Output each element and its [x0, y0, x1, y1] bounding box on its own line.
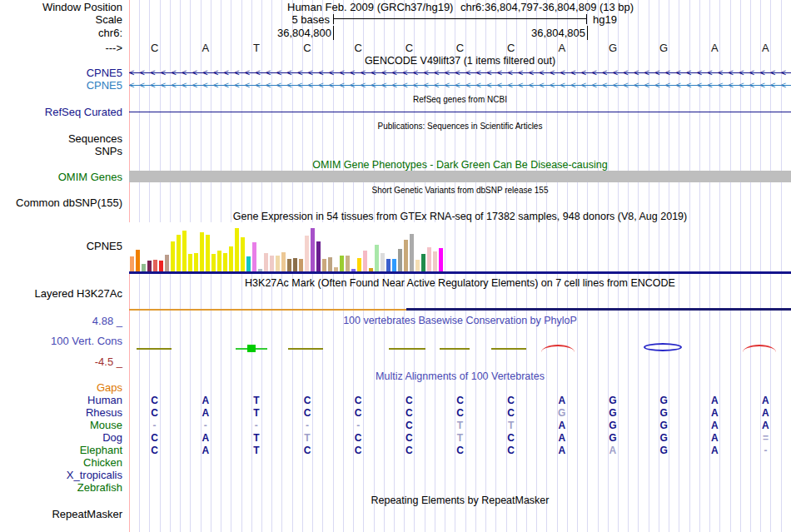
gtex-bar[interactable]	[305, 236, 309, 271]
gtex-bar[interactable]	[217, 251, 221, 271]
align-cell: G	[587, 420, 638, 431]
gtex-bar[interactable]	[136, 250, 140, 271]
gtex-bar[interactable]	[153, 260, 157, 271]
label-scale: Scale	[0, 13, 122, 26]
gtex-bar[interactable]	[299, 259, 303, 271]
h3k27ac-label: Layered H3K27Ac	[0, 287, 122, 300]
gtex-bar[interactable]	[276, 256, 280, 271]
gtex-bar[interactable]	[404, 240, 408, 271]
repeatmasker-label: RepeatMasker	[0, 508, 122, 520]
gtex-bar[interactable]	[433, 251, 437, 271]
gtex-bar[interactable]	[252, 242, 256, 271]
gencode-strand-arrows-2[interactable]: <<<<<<<<<<<<<<<<<<<<<<<<<<<<<<<<<<<<<<<<…	[129, 81, 791, 90]
gtex-bar[interactable]	[223, 253, 227, 271]
conservation-mark	[491, 348, 526, 350]
gtex-bar[interactable]	[142, 264, 146, 271]
gtex-bar[interactable]	[281, 252, 286, 271]
species-label-rhesus: Rhesus	[0, 406, 122, 419]
omim-gene-bar[interactable]	[129, 171, 791, 182]
gencode-transcript-label-2: CPNE5	[0, 79, 122, 92]
gtex-bar[interactable]	[235, 228, 239, 271]
gtex-bar[interactable]	[293, 258, 297, 271]
scale-ruler	[333, 18, 587, 19]
align-cell: T	[231, 445, 281, 456]
conservation-mark	[137, 348, 172, 350]
species-label-zebrafish: Zebrafish	[0, 481, 122, 494]
gtex-bar[interactable]	[398, 249, 402, 271]
species-label-human: Human	[0, 394, 122, 406]
gtex-bar[interactable]	[246, 256, 251, 271]
h3k27ac-signal-left[interactable]	[129, 309, 406, 311]
base-letter: T	[231, 42, 281, 54]
gtex-bar[interactable]	[182, 231, 187, 271]
gtex-bar[interactable]	[346, 256, 350, 271]
gtex-baseline[interactable]	[129, 271, 791, 274]
gtex-bar[interactable]	[439, 248, 443, 271]
gtex-bar[interactable]	[415, 260, 420, 271]
gtex-bar[interactable]	[188, 254, 192, 271]
align-cell: C	[333, 407, 384, 419]
gtex-bar[interactable]	[421, 254, 425, 271]
gtex-bar[interactable]	[229, 246, 233, 271]
align-cell: T	[231, 407, 281, 419]
gtex-bar[interactable]	[130, 256, 134, 271]
align-cell: A	[180, 432, 231, 444]
align-cell: C	[281, 445, 332, 456]
align-cell: A	[689, 445, 740, 456]
publications-note: Publications: Sequences in Scientific Ar…	[129, 122, 791, 131]
base-letter: A	[180, 42, 231, 54]
align-cell: A	[740, 407, 791, 419]
gtex-bar[interactable]	[375, 245, 379, 271]
base-letter: C	[384, 42, 435, 54]
gtex-bar[interactable]	[270, 256, 274, 271]
refseq-track-line[interactable]	[129, 112, 791, 112]
gtex-bar[interactable]	[316, 241, 321, 271]
gtex-bar[interactable]	[386, 259, 391, 271]
conservation-peak-square	[247, 345, 256, 352]
gtex-bar[interactable]	[363, 251, 367, 271]
align-cell: C	[129, 407, 180, 419]
align-cell: C	[485, 395, 536, 406]
gtex-bar[interactable]	[194, 253, 198, 271]
align-cell: C	[129, 432, 180, 444]
align-cell: G	[639, 420, 689, 431]
gtex-bar[interactable]	[381, 253, 385, 271]
gtex-bar[interactable]	[328, 257, 332, 271]
align-cell: C	[129, 445, 180, 456]
align-cell: -	[129, 420, 180, 431]
gtex-bar[interactable]	[171, 241, 175, 271]
align-cell: A	[689, 407, 740, 419]
conservation-title: 100 vertebrates Basewise Conservation by…	[129, 315, 791, 326]
gtex-bar[interactable]	[159, 261, 163, 271]
align-cell: -	[333, 420, 384, 431]
dbsnp-note: Short Genetic Variants from dbSNP releas…	[129, 186, 791, 195]
gtex-bar[interactable]	[206, 235, 210, 271]
base-letter: G	[587, 42, 638, 54]
gtex-bar[interactable]	[392, 259, 396, 271]
gtex-bar[interactable]	[311, 228, 315, 271]
ruler-pos-left: 36,804,800	[248, 27, 331, 39]
gtex-bar[interactable]	[357, 258, 361, 271]
assembly-tag: hg19	[593, 13, 617, 26]
h3k27ac-signal-right[interactable]	[406, 308, 791, 311]
gtex-bar[interactable]	[340, 256, 344, 271]
gtex-bar[interactable]	[427, 247, 431, 271]
align-cell: C	[384, 395, 435, 406]
position-title: chr6:36,804,797-36,804,809 (13 bp)	[460, 1, 634, 13]
gtex-bar[interactable]	[211, 254, 216, 271]
gtex-bar[interactable]	[241, 237, 245, 271]
gtex-bar[interactable]	[322, 259, 326, 271]
gtex-bar[interactable]	[147, 261, 152, 271]
conservation-mark	[288, 348, 323, 350]
gtex-bar[interactable]	[264, 253, 268, 271]
gtex-bar[interactable]	[410, 234, 414, 271]
gencode-transcript-label-1: CPNE5	[0, 67, 122, 79]
gtex-bar[interactable]	[177, 235, 181, 271]
gtex-bar[interactable]	[165, 255, 169, 271]
label-chrom: chr6:	[0, 27, 122, 39]
gencode-strand-arrows-1[interactable]: <<<<<<<<<<<<<<<<<<<<<<<<<<<<<<<<<<<<<<<<…	[129, 68, 791, 77]
gtex-bar[interactable]	[200, 232, 204, 271]
gtex-bar[interactable]	[287, 259, 291, 271]
ruler-pos-right: 36,804,805	[502, 27, 585, 39]
align-cell: C	[435, 395, 485, 406]
